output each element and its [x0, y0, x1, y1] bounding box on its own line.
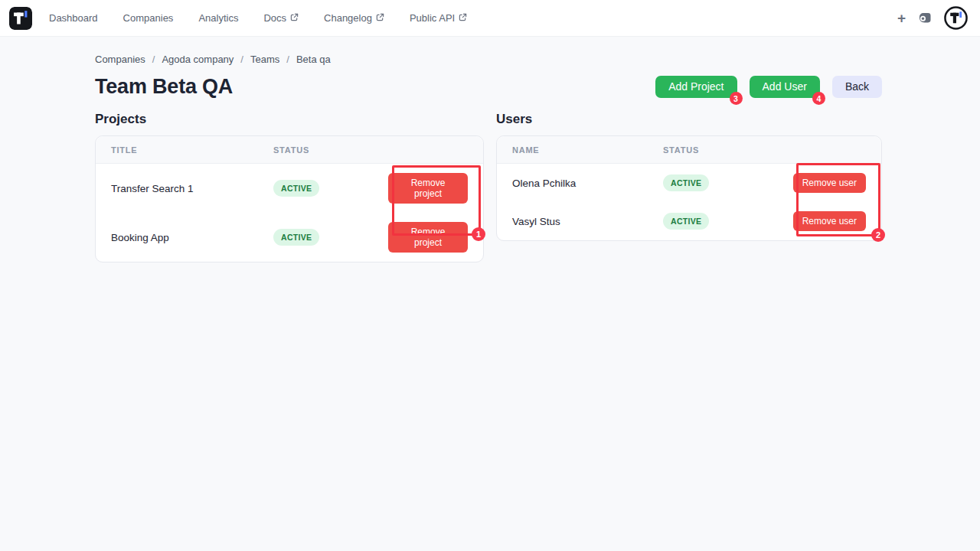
- remove-project-button[interactable]: Remove project: [388, 173, 468, 204]
- back-button[interactable]: Back: [832, 76, 882, 98]
- nav-item-dashboard[interactable]: Dashboard: [49, 12, 98, 24]
- column-header-title: TITLE: [96, 136, 258, 164]
- feedback-widget-button[interactable]: [917, 11, 933, 26]
- status-badge: ACTIVE: [663, 174, 709, 191]
- add-project-wrap: Add Project 3: [655, 76, 737, 98]
- breadcrumb-separator: /: [240, 54, 243, 65]
- nav-item-label: Dashboard: [49, 12, 98, 24]
- external-link-icon: [290, 13, 299, 21]
- content-columns: Projects TITLE STATUS Transfer Search 1 …: [95, 112, 882, 262]
- breadcrumb: Companies / Agoda company / Teams / Beta…: [95, 54, 882, 65]
- page-actions: Add Project 3 Add User 4 Back: [655, 76, 882, 98]
- breadcrumb-teams[interactable]: Teams: [250, 54, 279, 65]
- feedback-widget-icon: [917, 11, 933, 26]
- table-row: Vasyl Stus ACTIVE Remove user: [497, 202, 881, 240]
- add-user-button[interactable]: Add User: [750, 76, 820, 98]
- external-link-icon: [376, 13, 384, 21]
- nav-item-label: Public API: [410, 12, 455, 24]
- column-header-actions: [373, 136, 483, 164]
- annotation-badge-3: 3: [730, 92, 743, 105]
- top-nav: Dashboard Companies Analytics Docs Chang…: [0, 0, 980, 37]
- user-name: Olena Pchilka: [497, 164, 648, 203]
- nav-item-label: Docs: [263, 12, 286, 24]
- main-content: Companies / Agoda company / Teams / Beta…: [0, 37, 980, 262]
- status-badge: ACTIVE: [273, 180, 319, 197]
- user-name: Vasyl Stus: [497, 202, 648, 240]
- nav-item-public-api[interactable]: Public API: [410, 12, 467, 24]
- primary-nav: Dashboard Companies Analytics Docs Chang…: [49, 12, 467, 24]
- nav-right: +: [897, 6, 968, 30]
- annotation-badge-4: 4: [812, 92, 825, 105]
- column-header-name: NAME: [497, 136, 648, 164]
- nav-item-label: Companies: [123, 12, 174, 24]
- projects-heading: Projects: [95, 112, 484, 127]
- add-button[interactable]: +: [897, 11, 906, 25]
- nav-item-changelog[interactable]: Changelog: [324, 12, 384, 24]
- breadcrumb-companies[interactable]: Companies: [95, 54, 145, 65]
- column-header-status: STATUS: [258, 136, 373, 164]
- column-header-status: STATUS: [648, 136, 763, 164]
- status-badge: ACTIVE: [663, 213, 709, 230]
- project-title: Transfer Search 1: [96, 164, 258, 214]
- users-section: Users NAME STATUS Olena Pchilka ACTIVE: [496, 112, 882, 262]
- table-row: Transfer Search 1 ACTIVE Remove project: [96, 164, 483, 214]
- nav-item-label: Analytics: [198, 12, 238, 24]
- breadcrumb-separator: /: [152, 54, 155, 65]
- table-row: Booking App ACTIVE Remove project: [96, 213, 483, 262]
- external-link-icon: [459, 13, 467, 21]
- title-row: Team Beta QA Add Project 3 Add User 4 Ba…: [95, 75, 882, 99]
- users-header-row: NAME STATUS: [497, 136, 881, 164]
- nav-item-docs[interactable]: Docs: [263, 12, 299, 24]
- breadcrumb-agoda-company[interactable]: Agoda company: [162, 54, 234, 65]
- plus-icon: +: [897, 11, 906, 25]
- projects-section: Projects TITLE STATUS Transfer Search 1 …: [95, 112, 484, 262]
- table-row: Olena Pchilka ACTIVE Remove user: [497, 164, 881, 203]
- app-logo[interactable]: [9, 7, 32, 30]
- status-badge: ACTIVE: [273, 229, 319, 246]
- remove-project-button[interactable]: Remove project: [388, 222, 468, 253]
- nav-item-analytics[interactable]: Analytics: [198, 12, 238, 24]
- column-header-actions: [763, 136, 881, 164]
- users-heading: Users: [496, 112, 882, 127]
- page-title: Team Beta QA: [95, 75, 233, 99]
- projects-table: TITLE STATUS Transfer Search 1 ACTIVE Re…: [96, 136, 483, 262]
- app-logo-icon: [9, 7, 32, 30]
- nav-item-label: Changelog: [324, 12, 372, 24]
- breadcrumb-separator: /: [286, 54, 289, 65]
- avatar-icon: [944, 6, 968, 30]
- nav-left: Dashboard Companies Analytics Docs Chang…: [9, 7, 467, 30]
- breadcrumb-beta-qa[interactable]: Beta qa: [296, 54, 331, 65]
- projects-header-row: TITLE STATUS: [96, 136, 483, 164]
- users-table: NAME STATUS Olena Pchilka ACTIVE Remove …: [497, 136, 881, 240]
- remove-user-button[interactable]: Remove user: [793, 173, 866, 193]
- projects-card: TITLE STATUS Transfer Search 1 ACTIVE Re…: [95, 135, 484, 262]
- remove-user-button[interactable]: Remove user: [793, 211, 866, 231]
- add-project-button[interactable]: Add Project: [655, 76, 737, 98]
- nav-item-companies[interactable]: Companies: [123, 12, 174, 24]
- project-title: Booking App: [96, 213, 258, 262]
- user-avatar[interactable]: [944, 6, 968, 30]
- add-user-wrap: Add User 4: [750, 76, 820, 98]
- users-card: NAME STATUS Olena Pchilka ACTIVE Remove …: [496, 135, 882, 241]
